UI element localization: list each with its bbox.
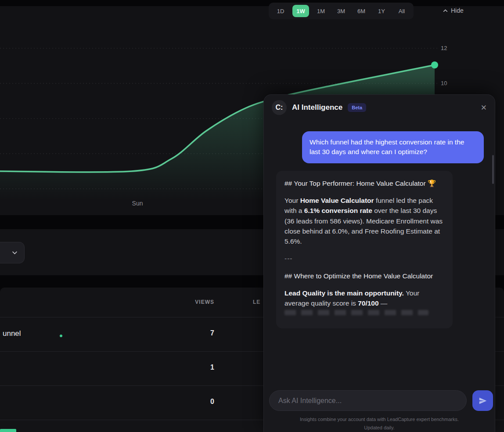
views-value: 7: [184, 329, 214, 337]
timeframe-6m[interactable]: 6M: [353, 5, 370, 17]
assistant-heading: ## Where to Optimize the Home Value Calc…: [284, 271, 444, 281]
disclaimer-line-2: Updated daily.: [264, 424, 495, 432]
assistant-heading: ## Your Top Performer: Home Value Calcul…: [284, 178, 444, 188]
scrollbar-thumb[interactable]: [492, 155, 494, 184]
timeframe-1d[interactable]: 1D: [272, 5, 289, 17]
ai-input-row: [269, 390, 493, 411]
chevron-up-icon: [443, 8, 448, 14]
y-tick-label: 12: [441, 45, 457, 51]
timeframe-1w[interactable]: 1W: [292, 5, 309, 17]
disclaimer-line-1: Insights combine your account data with …: [264, 415, 495, 424]
timeframe-toolbar: 1D 1W 1M 3M 6M 1Y All: [269, 3, 414, 19]
ai-intelligence-panel: C: AI Intelligence Beta ✕ Which funnel h…: [263, 94, 495, 432]
paper-plane-icon: [479, 396, 487, 405]
send-button[interactable]: [472, 390, 493, 411]
assistant-message-bubble: ## Your Top Performer: Home Value Calcul…: [276, 171, 453, 329]
column-header-views[interactable]: VIEWS: [184, 299, 214, 305]
partial-row-indicator: [0, 429, 16, 432]
y-tick-label: 10: [441, 80, 457, 86]
timeframe-1y[interactable]: 1Y: [373, 5, 390, 17]
user-message-bubble: Which funnel had the highest conversion …: [302, 131, 484, 163]
ai-logo-icon: C:: [272, 100, 287, 115]
assistant-divider: ---: [284, 253, 444, 263]
timeframe-1m[interactable]: 1M: [313, 5, 329, 17]
ask-ai-input[interactable]: [269, 390, 467, 411]
views-value: 1: [184, 364, 214, 371]
close-icon[interactable]: ✕: [481, 103, 487, 112]
assistant-paragraph: Your Home Value Calculator funnel led th…: [284, 195, 444, 246]
assistant-paragraph: Lead Quality is the main opportunity. Yo…: [284, 288, 444, 309]
dashboard-page: 1210864 Sun 1D 1W 1M 3M 6M 1Y All Hide V…: [0, 0, 504, 432]
hide-label: Hide: [451, 7, 464, 14]
ai-disclaimer: Insights combine your account data with …: [264, 415, 495, 432]
filter-dropdown-button[interactable]: [0, 242, 25, 263]
ai-panel-header: C: AI Intelligence Beta ✕: [264, 95, 495, 120]
funnel-name: unnel: [3, 329, 21, 338]
message-fade-overlay: [264, 367, 495, 387]
timeframe-all[interactable]: All: [393, 5, 410, 17]
ai-panel-title: AI Intelligence: [292, 103, 342, 112]
clipped-text-line: [284, 310, 428, 315]
chat-messages: Which funnel had the highest conversion …: [264, 120, 495, 387]
active-status-dot: [60, 335, 62, 337]
column-header-leads[interactable]: LE: [253, 299, 260, 305]
views-value: 0: [184, 398, 214, 406]
x-axis-label: Sun: [132, 200, 143, 207]
chevron-down-icon: [11, 249, 18, 256]
beta-badge: Beta: [348, 103, 366, 112]
timeframe-3m[interactable]: 3M: [333, 5, 349, 17]
hide-chart-button[interactable]: Hide: [443, 4, 464, 17]
